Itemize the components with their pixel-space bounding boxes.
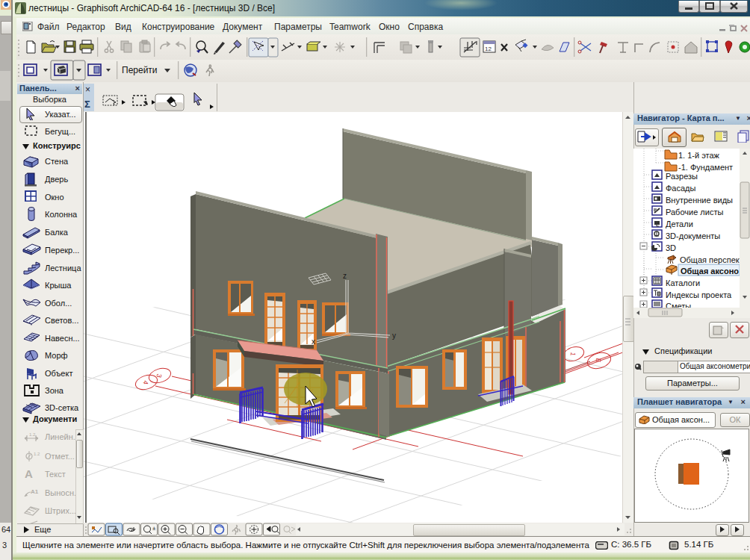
- svg-text:1.2: 1.2: [34, 452, 40, 456]
- svg-text:A1: A1: [31, 488, 39, 495]
- svg-text:z: z: [343, 272, 347, 280]
- svg-text:4: 4: [142, 380, 150, 385]
- svg-text:1.2: 1.2: [29, 432, 36, 437]
- svg-text:Перейти: Перейти: [122, 65, 158, 75]
- svg-text:y: y: [392, 332, 396, 340]
- svg-text:x: x: [312, 337, 315, 346]
- svg-text:±: ±: [152, 525, 156, 532]
- svg-text:1: 1: [569, 352, 577, 357]
- svg-text:12: 12: [485, 46, 492, 52]
